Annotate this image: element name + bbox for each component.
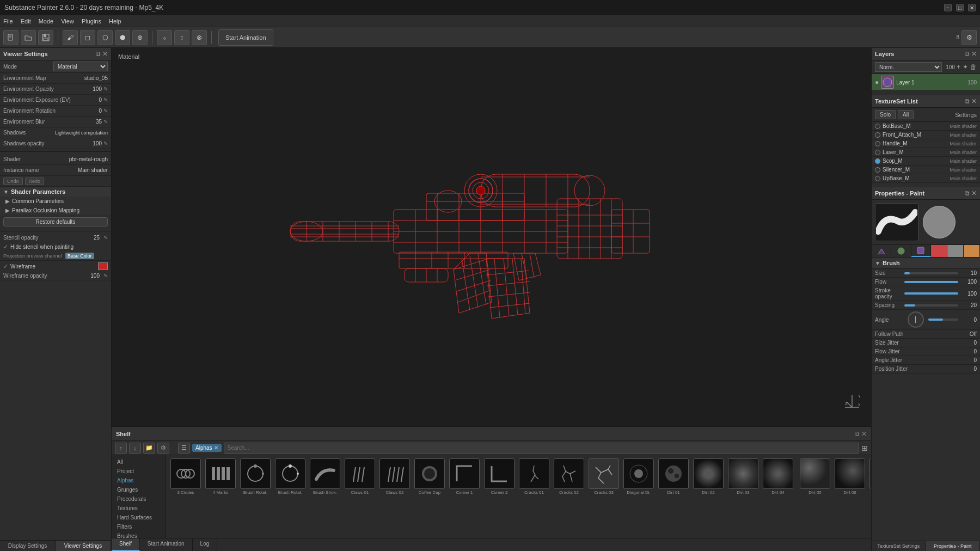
select-tool[interactable]: ⬦ [157,30,172,45]
solo-button[interactable]: Solo [875,110,896,119]
ts-radio-silencer[interactable] [875,167,880,173]
shader-params-section[interactable]: ▼ Shader Parameters [0,187,111,197]
shelf-item-3circles[interactable]: 3 Circles [169,458,202,495]
ts-radio-handle[interactable] [875,141,880,146]
shelf-filter-remove[interactable]: ✕ [214,445,218,451]
panel-close-button[interactable]: ✕ [102,50,108,58]
wireframe-opacity-edit[interactable]: ✎ [103,273,108,279]
shelf-item-4marks[interactable]: 4 Marks [204,458,237,495]
env-exposure-edit[interactable]: ✎ [103,97,108,103]
ts-item-handle[interactable]: Handle_M Main shader [872,139,980,148]
rough-channel-swatch[interactable] [964,245,980,257]
ts-item-upbase[interactable]: UpBase_M Main shader [872,174,980,183]
textureset-settings-tab[interactable]: TextureSet Settings [872,541,926,551]
env-blur-edit[interactable]: ✎ [103,119,108,125]
shelf-cat-hard-surfaces[interactable]: Hard Surfaces [112,513,166,522]
shelf-item-cracks02[interactable]: Cracks 02 [553,458,585,495]
brush-tab-stencil[interactable] [911,245,931,257]
save-button[interactable] [38,30,53,45]
brush-flow-slider[interactable] [904,281,958,283]
brush-size-slider[interactable] [904,272,958,274]
shelf-item-dirt05[interactable]: Dirt 05 [799,458,831,495]
blend-mode-dropdown[interactable]: Norm. [875,62,942,72]
menu-help[interactable]: Help [109,18,121,25]
menu-file[interactable]: File [3,18,13,25]
shadows-opacity-edit[interactable]: ✎ [103,140,108,146]
shelf-cat-brushes[interactable]: Brushes [112,531,166,538]
shelf-search-input[interactable] [224,443,859,454]
ts-radio-front-attach[interactable] [875,132,880,138]
erase-tool[interactable]: ◻ [80,30,95,45]
shelf-cat-grunges[interactable]: Grunges [112,485,166,494]
start-animation-button[interactable]: Start Animation [218,29,273,46]
parallax-section[interactable]: ▶ Parallax Occlusion Mapping [0,206,111,215]
shelf-item-dirt02[interactable]: Dirt 02 [692,458,725,495]
panel-float-button[interactable]: ⧉ [96,50,101,58]
shelf-item-dirt03[interactable]: Dirt 03 [727,458,759,495]
settings-button[interactable]: ⚙ [961,30,977,45]
properties-close-button[interactable]: ✕ [971,189,977,197]
shelf-item-cracks01[interactable]: Cracks 01 [518,458,550,495]
display-settings-tab[interactable]: Display Settings [0,541,56,551]
shelf-item-corner2[interactable]: Corner 2 [483,458,516,495]
shelf-item-claws02[interactable]: Claws 02 [378,458,411,495]
ts-radio-scop[interactable] [875,158,880,164]
ts-item-laser[interactable]: Laser_M Main shader [872,148,980,157]
shelf-item-brush-rotat2[interactable]: Brush Rotat. [274,458,307,495]
ts-item-botbase[interactable]: BotBase_M Main shader [872,122,980,131]
shelf-expand-button[interactable]: ⧉ [855,430,860,438]
layer-item-1[interactable]: ● Layer 1 100 [872,74,980,91]
shelf-tab[interactable]: Shelf [112,538,140,551]
add-layer-button[interactable]: + [957,63,960,71]
shelf-import-button[interactable]: ↑ [115,443,127,454]
shelf-item-brush-strok[interactable]: Brush Strok. [309,458,341,495]
layer-visibility-toggle[interactable]: ● [875,78,879,86]
stencil-opacity-edit[interactable]: ✎ [103,235,108,241]
brush-angle-dial[interactable] [908,311,924,328]
shelf-item-corner1[interactable]: Corner 1 [448,458,481,495]
maximize-button[interactable]: □ [956,4,964,11]
ts-item-silencer[interactable]: Silencer_M Main shader [872,166,980,174]
textureset-float-button[interactable]: ⧉ [965,97,970,105]
new-button[interactable] [3,30,19,45]
open-button[interactable] [21,30,36,45]
shelf-cat-alphas[interactable]: Alphas [112,476,166,485]
restore-defaults-button[interactable]: Restore defaults [3,217,108,226]
viewer-settings-tab[interactable]: Viewer Settings [56,541,111,551]
menu-edit[interactable]: Edit [21,18,31,25]
shelf-cat-textures[interactable]: Textures [112,504,166,513]
ts-radio-laser[interactable] [875,150,880,155]
menu-plugins[interactable]: Plugins [82,18,101,25]
properties-paint-tab[interactable]: Properties - Paint [926,541,981,551]
fill-tool[interactable]: ⬢ [115,30,130,45]
add-effect-button[interactable]: ✦ [963,63,968,71]
start-animation-tab[interactable]: Start Animation [140,538,193,551]
brush-angle-slider[interactable] [928,319,959,321]
layers-close-button[interactable]: ✕ [971,50,977,58]
color-channel-swatch[interactable] [931,245,947,257]
transform-tool[interactable]: ↕ [174,30,189,45]
menu-mode[interactable]: Mode [39,18,54,25]
brush-tab-paint[interactable] [872,245,891,257]
brush-spacing-slider[interactable] [904,304,958,307]
shelf-item-dirt01[interactable]: Dirt 01 [657,458,690,495]
shelf-grid-view-button[interactable]: ⊞ [861,444,868,452]
textureset-close-button[interactable]: ✕ [971,97,977,105]
shelf-new-folder-button[interactable]: 📁 [143,443,155,454]
projection-tool[interactable]: ⬡ [97,30,113,45]
close-button[interactable]: ✕ [968,4,976,11]
common-params-section[interactable]: ▶ Common Parameters [0,197,111,206]
wireframe-checkbox[interactable]: ✓ [3,263,8,270]
shelf-cat-project[interactable]: Project [112,467,166,476]
metal-channel-swatch[interactable] [947,245,964,257]
mode-dropdown[interactable]: Material [53,62,108,71]
shelf-item-cracks03[interactable]: Cracks 03 [587,458,620,495]
env-rotation-edit[interactable]: ✎ [103,108,108,114]
paint-tool[interactable]: 🖌 [63,30,78,45]
ts-item-front-attach[interactable]: Front_Attach_M Main shader [872,131,980,139]
clone-tool[interactable]: ⊕ [132,30,148,45]
minimize-button[interactable]: − [944,4,952,11]
brush-tab-alpha[interactable] [891,245,911,257]
shelf-cat-filters[interactable]: Filters [112,522,166,531]
menu-view[interactable]: View [61,18,74,25]
